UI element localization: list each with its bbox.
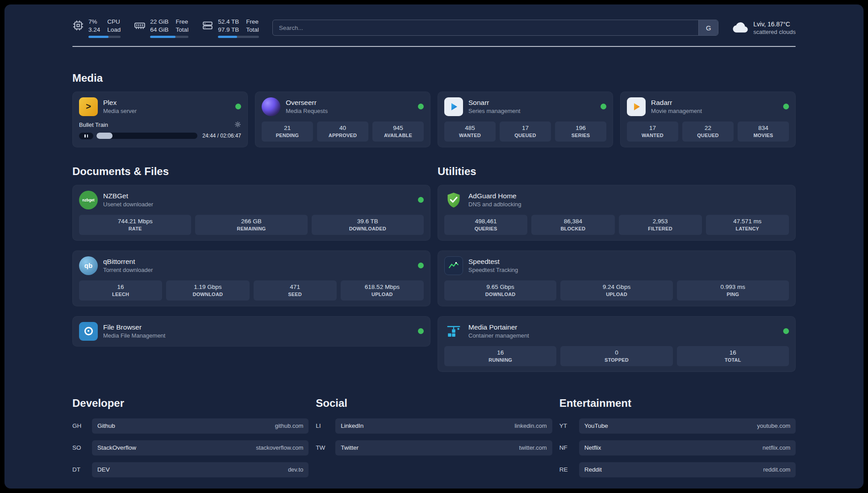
- stat-label: LEECH: [81, 292, 160, 297]
- app-subtitle: DNS and adblocking: [468, 201, 522, 209]
- bookmark-stackoverflow[interactable]: SO StackOverflow stackoverflow.com: [72, 440, 309, 455]
- bookmark-name: Reddit: [584, 466, 602, 473]
- section-title-developer: Developer: [72, 397, 309, 409]
- adguard-icon: [444, 191, 463, 209]
- memory-progress-fill: [150, 36, 175, 38]
- bookmark-name: Netflix: [584, 444, 601, 451]
- app-card-adguard[interactable]: AdGuard Home DNS and adblocking 498,461 …: [438, 185, 796, 241]
- bookmark-twitter[interactable]: TW Twitter twitter.com: [316, 440, 552, 455]
- stat-label: QUEUED: [684, 133, 732, 138]
- bookmark-abbr: LI: [316, 422, 335, 429]
- bookmark-netflix[interactable]: NF Netflix netflix.com: [559, 440, 796, 455]
- stat-value: 40: [319, 125, 367, 131]
- stat-label: DOWNLOADED: [313, 226, 422, 231]
- bookmark-url: netflix.com: [763, 444, 790, 451]
- bookmark-abbr: RE: [559, 466, 579, 473]
- disk-progress-track: [218, 36, 259, 38]
- plex-icon: >: [79, 97, 98, 116]
- seek-bar[interactable]: [96, 133, 197, 139]
- app-subtitle: Usenet downloader: [103, 201, 153, 209]
- memory-stats: 22 GiB 64 GiB Free Total: [150, 18, 188, 38]
- cpu-progress-fill: [88, 36, 108, 38]
- disk-label-2: Total: [246, 26, 259, 34]
- sonarr-icon: [444, 97, 463, 116]
- bookmark-abbr: NF: [559, 444, 579, 451]
- app-name: File Browser: [103, 323, 165, 332]
- stat-value: 47.571 ms: [708, 218, 787, 225]
- stat-tile: 945 AVAILABLE: [372, 121, 424, 142]
- app-name: Overseerr: [286, 98, 328, 107]
- cpu-stats: 7% 3.24 CPU Load: [88, 18, 121, 38]
- bookmark-url: reddit.com: [763, 466, 790, 473]
- app-name: qBittorrent: [103, 257, 153, 266]
- stat-label: APPROVED: [319, 133, 367, 138]
- bookmark-abbr: YT: [559, 422, 579, 429]
- app-card-overseerr[interactable]: Overseerr Media Requests 21 PENDING 40 A…: [255, 92, 430, 147]
- disk-label-1: Free: [246, 18, 259, 26]
- status-dot: [418, 263, 424, 268]
- search-input[interactable]: [273, 20, 699, 35]
- bookmarks-social: Social LI LinkedIn linkedin.com TW Twitt…: [316, 397, 552, 477]
- app-card-plex[interactable]: > Plex Media server Bullet Train: [72, 92, 248, 147]
- stat-label: LATENCY: [708, 226, 787, 231]
- cpu-widget: 7% 3.24 CPU Load: [72, 18, 121, 38]
- stat-value: 196: [557, 125, 605, 131]
- stat-label: UPLOAD: [562, 292, 671, 297]
- app-subtitle: Speedtest Tracking: [468, 266, 518, 274]
- bookmark-url: stackoverflow.com: [256, 444, 303, 451]
- bookmark-linkedin[interactable]: LI LinkedIn linkedin.com: [316, 418, 552, 434]
- stat-tile: 47.571 ms LATENCY: [706, 215, 789, 235]
- gear-icon[interactable]: [234, 121, 241, 129]
- app-card-portainer[interactable]: Media Portainer Container management 16 …: [438, 316, 796, 372]
- app-subtitle: Movie management: [651, 107, 702, 115]
- bookmark-dev[interactable]: DT DEV dev.to: [72, 462, 309, 477]
- bookmarks-developer: Developer GH Github github.com SO StackO…: [72, 397, 309, 477]
- bookmark-abbr: GH: [72, 422, 92, 429]
- stat-tile: 2,953 FILTERED: [619, 215, 702, 235]
- stat-label: BLOCKED: [533, 226, 613, 231]
- stat-label: PENDING: [263, 133, 311, 138]
- app-card-radarr[interactable]: Radarr Movie management 17 WANTED 22 QUE…: [620, 92, 796, 147]
- stat-tile: 485 WANTED: [444, 121, 496, 142]
- bookmark-abbr: SO: [72, 444, 92, 451]
- stat-value: 39.6 TB: [313, 218, 422, 225]
- stat-label: REMAINING: [197, 226, 305, 231]
- stat-tile: 1.19 Gbps DOWNLOAD: [166, 280, 249, 301]
- stat-value: 485: [446, 125, 494, 131]
- search-engine-button[interactable]: G: [698, 20, 718, 35]
- overseerr-icon: [262, 97, 280, 116]
- stat-tile: 834 MOVIES: [738, 121, 789, 142]
- pause-button[interactable]: [79, 133, 93, 139]
- app-card-nzbget[interactable]: nzbget NZBGet Usenet downloader 744.21 M…: [72, 185, 430, 241]
- search-bar: G: [272, 20, 719, 36]
- stat-tile: 471 SEED: [254, 280, 337, 301]
- speedtest-icon: [444, 256, 463, 275]
- bookmark-name: StackOverflow: [97, 444, 136, 451]
- app-name: Plex: [103, 98, 137, 107]
- radarr-icon: [627, 97, 646, 116]
- cloud-icon: [732, 20, 749, 35]
- memory-free: 22 GiB: [150, 18, 168, 26]
- bookmark-url: linkedin.com: [514, 422, 547, 429]
- app-card-qbittorrent[interactable]: qb qBittorrent Torrent downloader 16 LEE…: [72, 251, 430, 306]
- app-card-sonarr[interactable]: Sonarr Series management 485 WANTED 17 Q…: [438, 92, 613, 147]
- stat-tile: 16 RUNNING: [444, 346, 556, 366]
- app-name: AdGuard Home: [468, 192, 522, 201]
- app-name: Speedtest: [468, 257, 518, 266]
- app-card-filebrowser[interactable]: File Browser Media File Management: [72, 316, 430, 347]
- app-card-speedtest[interactable]: Speedtest Speedtest Tracking 9.65 Gbps D…: [438, 251, 796, 306]
- nzbget-glyph: nzbget: [82, 198, 94, 202]
- app-name: Radarr: [651, 98, 702, 107]
- stat-label: RATE: [81, 226, 189, 231]
- section-title-media: Media: [72, 72, 796, 84]
- stat-tile: 86,384 BLOCKED: [531, 215, 614, 235]
- stat-value: 16: [81, 284, 160, 290]
- memory-label-1: Free: [176, 18, 189, 26]
- section-title-utilities: Utilities: [438, 165, 796, 178]
- stat-tile: 40 APPROVED: [317, 121, 368, 142]
- bookmark-youtube[interactable]: YT YouTube youtube.com: [559, 418, 796, 434]
- stat-label: MOVIES: [739, 133, 787, 138]
- bookmark-reddit[interactable]: RE Reddit reddit.com: [559, 462, 796, 477]
- disk-progress-fill: [218, 36, 237, 38]
- bookmark-github[interactable]: GH Github github.com: [72, 418, 309, 434]
